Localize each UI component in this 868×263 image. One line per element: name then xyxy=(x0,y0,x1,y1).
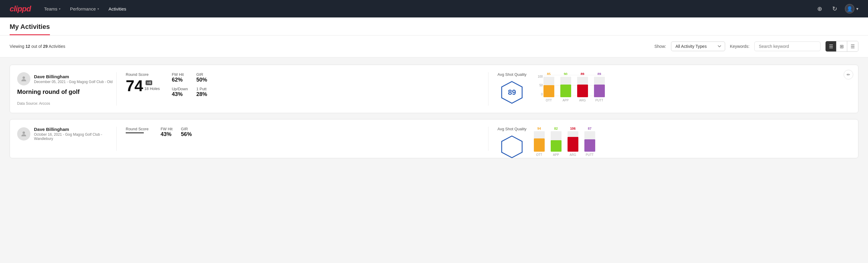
navbar: clippd Teams ▾ Performance ▾ Activities … xyxy=(0,0,868,18)
hexagon-2 xyxy=(500,135,524,158)
hexagon: 89 xyxy=(500,80,524,105)
user-row-2: Dave Billingham October 16, 2021 - Gog M… xyxy=(17,127,114,141)
toolbar: Viewing 12 out of 29 Activities Show: Al… xyxy=(0,35,868,57)
bar-putt: 89 PUTT xyxy=(594,72,605,102)
bar-app: 90 APP xyxy=(560,72,571,102)
nav-links: Teams ▾ Performance ▾ Activities xyxy=(40,4,805,14)
avatar-2 xyxy=(17,127,30,141)
quality-label: Avg Shot Quality xyxy=(497,72,527,77)
bar-arg-2: 106 ARG xyxy=(567,127,578,156)
list-view-button[interactable]: ☰ xyxy=(826,41,836,52)
round-score-group-2: Round Score xyxy=(126,127,149,133)
nav-performance[interactable]: Performance ▾ xyxy=(66,4,102,14)
viewing-text: Viewing 12 out of 29 Activities xyxy=(10,44,650,49)
divider xyxy=(116,72,117,106)
grid-view-button[interactable]: ⊞ xyxy=(836,41,847,52)
card-left: Dave Billingham December 05, 2021 - Gog … xyxy=(17,72,114,106)
list-view-icon: ☰ xyxy=(829,43,833,49)
divider2 xyxy=(488,72,489,106)
gir-value: 50% xyxy=(196,77,212,83)
hexagon-wrap: 89 xyxy=(497,80,527,105)
edit-button[interactable]: ✏ xyxy=(844,70,853,80)
card-stats: Round Score 74 +4 18 Holes FW Hit 62% GI… xyxy=(120,72,485,97)
quality-label-2: Avg Shot Quality xyxy=(497,127,527,131)
refresh-button[interactable]: ↻ xyxy=(830,4,839,13)
bar-arg: 89 ARG xyxy=(577,72,588,102)
nav-activities[interactable]: Activities xyxy=(105,4,130,14)
mini-stats-2: FW Hit 43% GIR 56% xyxy=(161,127,193,138)
activity-card: ✏ Dave Billingham December 05, 2021 - Go… xyxy=(10,65,858,113)
logo: clippd xyxy=(10,4,31,13)
show-label: Show: xyxy=(654,44,666,49)
round-score-group: Round Score 74 +4 18 Holes xyxy=(126,72,160,94)
y-axis: 100 50 0 xyxy=(534,75,543,96)
gir-group: GIR 50% xyxy=(196,72,212,83)
user-info-2: Dave Billingham October 16, 2021 - Gog M… xyxy=(34,127,114,141)
page-title-row: My Activities xyxy=(10,18,858,35)
content: ✏ Dave Billingham December 05, 2021 - Go… xyxy=(0,57,868,172)
round-score-label: Round Score xyxy=(126,72,160,77)
user-date-2: October 16, 2021 - Gog Magog Golf Club -… xyxy=(34,133,114,141)
viewing-total: 29 xyxy=(43,44,48,49)
viewing-count: 12 xyxy=(26,44,30,49)
activity-title: Morning round of golf xyxy=(17,88,114,95)
score-badge: +4 xyxy=(146,80,153,85)
edit-icon: ✏ xyxy=(847,72,850,77)
card-stats-2: Round Score FW Hit 43% GIR 56% xyxy=(120,127,485,138)
user-name-2: Dave Billingham xyxy=(34,127,114,132)
svg-marker-3 xyxy=(502,136,522,158)
round-score-value: 74 xyxy=(126,78,143,94)
quality-section: Avg Shot Quality 89 100 50 0 xyxy=(491,72,851,105)
fw-hit-group-2: FW Hit 43% xyxy=(161,127,173,138)
compact-view-icon: ☰ xyxy=(850,43,855,49)
oneputt-label: 1 Putt xyxy=(196,87,212,91)
nav-right: ⊕ ↻ 👤 ▾ xyxy=(815,4,858,13)
bar-chart: 100 50 0 85 xyxy=(534,75,605,102)
fw-hit-value: 62% xyxy=(172,77,188,83)
grid-view-icon: ⊞ xyxy=(840,43,844,49)
updown-group: Up/Down 43% xyxy=(172,87,188,97)
divider-4 xyxy=(488,127,489,151)
divider-3 xyxy=(116,127,117,151)
hexagon-number: 89 xyxy=(508,88,516,96)
user-date: December 05, 2021 - Gog Magog Golf Club … xyxy=(34,80,113,84)
round-score-label-2: Round Score xyxy=(126,127,149,131)
fw-hit-label: FW Hit xyxy=(172,72,188,77)
user-name: Dave Billingham xyxy=(34,74,113,79)
holes-text: 18 Holes xyxy=(144,86,160,91)
user-menu[interactable]: 👤 ▾ xyxy=(845,4,858,13)
user-chevron-icon: ▾ xyxy=(856,6,858,11)
bar-app-2: 82 APP xyxy=(551,127,561,156)
user-info: Dave Billingham December 05, 2021 - Gog … xyxy=(34,74,113,84)
page-title: My Activities xyxy=(10,23,50,35)
gir-label: GIR xyxy=(196,72,212,77)
hexagon-wrap-2 xyxy=(497,135,527,158)
fw-hit-group: FW Hit 62% xyxy=(172,72,188,83)
view-toggle-group: ☰ ⊞ ☰ xyxy=(825,41,858,52)
compact-view-button[interactable]: ☰ xyxy=(847,41,858,52)
gir-group-2: GIR 56% xyxy=(181,127,193,138)
oneputt-value: 28% xyxy=(196,91,212,97)
svg-point-2 xyxy=(23,132,25,134)
data-source: Data Source: Arccos xyxy=(17,101,114,106)
search-input[interactable] xyxy=(754,41,820,51)
updown-label: Up/Down xyxy=(172,87,188,91)
add-button[interactable]: ⊕ xyxy=(815,4,825,13)
performance-chevron-icon: ▾ xyxy=(97,7,99,10)
mini-stats: FW Hit 62% GIR 50% Up/Down 43% 1 Putt 28… xyxy=(172,72,212,97)
teams-chevron-icon: ▾ xyxy=(59,7,60,10)
user-icon: 👤 xyxy=(847,6,852,12)
keywords-label: Keywords: xyxy=(730,44,749,49)
bar-ott-2: 94 OTT xyxy=(534,127,545,156)
nav-teams[interactable]: Teams ▾ xyxy=(40,4,64,14)
updown-value: 43% xyxy=(172,91,188,97)
user-row: Dave Billingham December 05, 2021 - Gog … xyxy=(17,72,114,85)
card-left-2: Dave Billingham October 16, 2021 - Gog M… xyxy=(17,127,114,144)
page-header: My Activities xyxy=(0,18,868,35)
activity-card-2: Dave Billingham October 16, 2021 - Gog M… xyxy=(10,119,858,158)
svg-point-0 xyxy=(23,77,25,79)
oneputt-group: 1 Putt 28% xyxy=(196,87,212,97)
bar-ott: 85 OTT xyxy=(544,72,554,102)
activity-type-filter[interactable]: All Activity Types xyxy=(671,41,725,51)
avatar: 👤 xyxy=(845,4,855,13)
